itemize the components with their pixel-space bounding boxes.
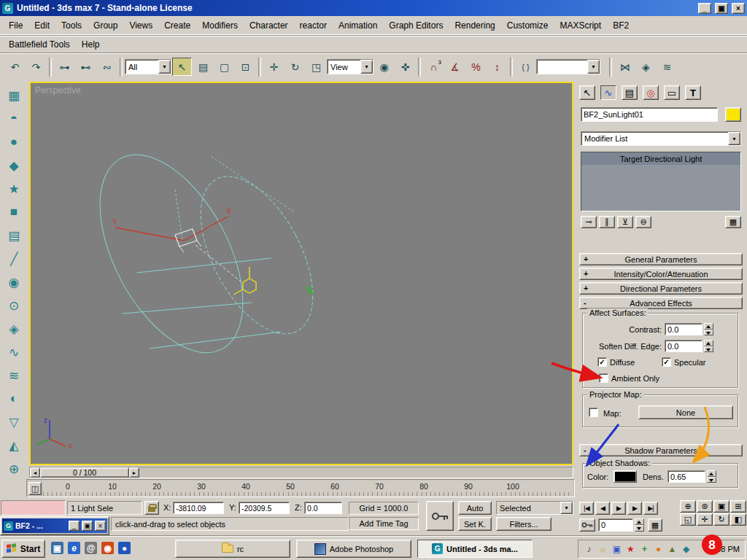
previous-frame-button[interactable]: ◀ [595,502,610,515]
min-max-toggle-button[interactable]: ◧ [730,513,746,526]
arc-rotate-button[interactable]: ↻ [713,513,729,526]
set-key-mode-button[interactable] [426,501,454,531]
y-coord-field[interactable]: -20309.5 [239,502,290,514]
dropdown-arrow-icon[interactable]: ▼ [587,60,600,74]
left-toolbar-icon[interactable]: ⊕ [4,459,24,478]
spinner-snap-icon[interactable]: ↕ [487,58,507,76]
select-and-move-icon[interactable]: ✛ [264,58,284,76]
named-selection-sets-icon[interactable]: { } [516,58,535,76]
modifier-stack[interactable]: Target Directional Light [581,152,741,211]
restore-button[interactable]: ▣ [82,521,93,531]
select-and-scale-icon[interactable]: ◳ [306,58,326,76]
maxscript-mini-listener[interactable] [1,500,66,516]
play-button[interactable]: ▶ [611,502,626,515]
zoom-extents-button[interactable]: ▣ [713,500,729,513]
tray-icon[interactable]: ● [653,543,664,555]
time-slider-next-icon[interactable]: ► [129,467,139,478]
time-slider-handle[interactable]: 0 / 100 [40,467,129,478]
percent-snap-icon[interactable]: % [466,58,486,76]
menu-views[interactable]: Views [123,18,158,33]
dropdown-arrow-icon[interactable]: ▼ [158,60,171,74]
projector-map-none-button[interactable]: None [638,405,733,419]
left-toolbar-icon[interactable]: ▦ [4,86,24,105]
menu-file[interactable]: File [3,18,28,33]
unlink-selection-icon[interactable]: ⊷ [76,58,96,76]
rollout-intensity-color-attenuation[interactable]: + Intensity/Color/Attenuation [579,268,743,280]
taskbar-item-3ds-max[interactable]: G Untitled - 3ds ma... [417,540,533,558]
tray-icon[interactable]: ◆ [681,543,692,555]
minimize-button[interactable]: _ [69,521,80,531]
set-key-button[interactable]: Set K. [458,517,492,531]
soften-spinner[interactable] [704,340,713,352]
selection-lock-toggle[interactable] [144,501,159,515]
media-player-icon[interactable]: ◉ [101,542,114,554]
utilities-tab[interactable]: T [685,85,701,100]
show-end-result-button[interactable]: ∥ [599,216,615,228]
density-spinner[interactable] [707,470,716,483]
add-time-tag[interactable]: Add Time Tag [349,517,419,530]
track-bar[interactable]: ◫ 0 10 20 30 40 50 60 70 80 90 100 [26,479,575,497]
make-unique-button[interactable]: ⊻ [617,216,633,228]
left-toolbar-icon[interactable]: ★ [4,179,24,198]
menu-help[interactable]: Help [76,37,106,52]
time-slider-prev-icon[interactable]: ◄ [30,467,40,478]
select-by-name-icon[interactable]: ▤ [193,58,213,76]
frame-spinner[interactable] [635,518,644,532]
curve-editor-icon[interactable]: ≋ [657,58,677,76]
contrast-field[interactable]: 0.0 [665,323,703,335]
menu-customize[interactable]: Customize [501,18,554,33]
left-toolbar-icon[interactable]: ▽ [4,413,24,432]
left-toolbar-icon[interactable]: ∿ [4,343,24,362]
pan-button[interactable]: ✛ [697,513,713,526]
menu-edit[interactable]: Edit [28,18,55,33]
reference-coordinate-dropdown[interactable]: View ▼ [327,59,374,74]
hierarchy-tab[interactable]: ▤ [622,85,638,100]
internet-explorer-icon[interactable]: e [68,542,80,554]
window-crossing-icon[interactable]: ⊡ [236,58,255,76]
left-toolbar-icon[interactable]: ⊙ [4,296,24,315]
menu-animation[interactable]: Animation [333,18,383,33]
left-toolbar-icon[interactable]: ◓ [4,109,24,128]
key-filter-selected-dropdown[interactable]: Selected ▼ [496,501,573,515]
key-filters-button[interactable]: Filters... [496,517,551,531]
tray-icon[interactable]: ▣ [611,543,622,555]
remove-modifier-button[interactable]: ⊖ [635,216,651,228]
bf2-mini-window[interactable]: G BF2 - ... _ ▣ × [0,516,109,535]
dropdown-arrow-icon[interactable]: ▼ [560,502,573,514]
display-tab[interactable]: ▭ [664,85,680,100]
tray-icon[interactable]: ▲ [667,543,678,555]
shadow-color-swatch[interactable] [614,470,637,483]
ambient-only-checkbox[interactable] [599,373,608,383]
auto-key-button[interactable]: Auto [458,501,492,515]
restore-button[interactable]: ▣ [715,3,728,14]
select-and-rotate-icon[interactable]: ↻ [285,58,305,76]
zoom-extents-all-button[interactable]: ⊞ [730,500,746,513]
object-color-swatch[interactable] [725,107,741,122]
soften-diff-edge-field[interactable]: 0.0 [665,340,703,352]
left-toolbar-icon[interactable]: ◈ [4,319,24,338]
pin-stack-button[interactable]: ⊸ [581,216,597,228]
menu-modifiers[interactable]: Modifiers [196,18,244,33]
taskbar-item-rc[interactable]: rc [175,540,290,558]
rectangular-selection-region-icon[interactable]: ▢ [214,58,234,76]
undo-icon[interactable]: ↶ [5,58,25,76]
dropdown-arrow-icon[interactable]: ▼ [728,132,740,145]
named-selection-dropdown[interactable]: ▼ [536,59,600,74]
left-toolbar-icon[interactable]: ◭ [4,436,24,455]
select-object-button[interactable]: ↖ [172,58,192,76]
zoom-button[interactable]: ⊕ [680,500,696,513]
menu-maxscript[interactable]: MAXScript [554,18,607,33]
menu-battlefield-tools[interactable]: Battlefield Tools [3,37,76,52]
density-field[interactable]: 0.65 [667,470,705,483]
taskbar-item-photoshop[interactable]: Adobe Photoshop [296,540,411,558]
next-frame-button[interactable]: ▶ [627,502,642,515]
redo-icon[interactable]: ↷ [26,58,46,76]
go-to-start-button[interactable]: |◀ [579,502,594,515]
region-zoom-button[interactable]: ◱ [680,513,696,526]
minimize-button[interactable]: _ [698,3,711,14]
align-icon[interactable]: ◈ [636,58,656,76]
angle-snap-icon[interactable]: ∡ [445,58,465,76]
menu-graph-editors[interactable]: Graph Editors [383,18,449,33]
stack-item-target-directional-light[interactable]: Target Directional Light [581,152,740,165]
close-button[interactable]: × [732,3,745,14]
